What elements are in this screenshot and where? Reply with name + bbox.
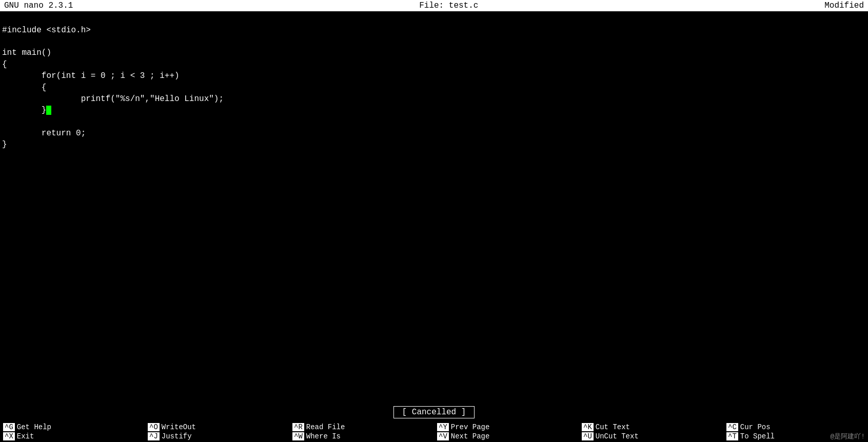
cancelled-status: [ Cancelled ] <box>393 406 475 418</box>
shortcut-key: ^J <box>148 432 160 440</box>
shortcut-key: ^G <box>3 423 15 431</box>
code-line: { <box>0 82 868 93</box>
title-right: Modified <box>824 1 864 10</box>
code-line: #include <stdio.h> <box>0 25 868 36</box>
shortcut-label: Prev Page <box>451 423 490 431</box>
shortcut-key: ^U <box>582 432 594 440</box>
shortcut-label: Cur Pos <box>740 423 771 431</box>
shortcut-label: Exit <box>17 432 34 440</box>
shortcut-bar: ^GGet Help^OWriteOut^RRead File^YPrev Pa… <box>0 420 868 442</box>
shortcut-label: Next Page <box>451 432 490 440</box>
shortcut-label: UnCut Text <box>596 432 639 440</box>
shortcut-label: To Spell <box>740 432 775 440</box>
editor-area[interactable]: #include <stdio.h>int main(){ for(int i … <box>0 11 868 404</box>
title-bar: GNU nano 2.3.1 File: test.c Modified <box>0 0 868 11</box>
code-line <box>0 13 868 25</box>
code-line: } <box>0 105 868 116</box>
text-cursor <box>46 106 51 115</box>
shortcut-item[interactable]: ^XExit <box>0 432 145 441</box>
shortcut-item[interactable]: ^WWhere Is <box>289 432 434 441</box>
shortcut-item[interactable]: ^UUnCut Text <box>579 432 723 441</box>
code-line: { <box>0 59 868 70</box>
shortcut-key: ^X <box>3 432 15 440</box>
shortcut-label: WriteOut <box>162 423 196 431</box>
title-left: GNU nano 2.3.1 <box>4 1 73 10</box>
shortcut-key: ^V <box>437 432 449 440</box>
shortcut-label: Get Help <box>17 423 51 431</box>
code-line: } <box>0 139 868 150</box>
shortcut-item[interactable]: ^GGet Help <box>0 423 145 432</box>
shortcut-item[interactable]: ^JJustify <box>145 432 289 441</box>
shortcut-item[interactable]: ^RRead File <box>289 423 434 432</box>
code-line <box>0 36 868 47</box>
shortcut-row: ^GGet Help^OWriteOut^RRead File^YPrev Pa… <box>0 423 868 432</box>
shortcut-item[interactable]: ^YPrev Page <box>434 423 579 432</box>
code-line: for(int i = 0 ; i < 3 ; i++) <box>0 70 868 82</box>
status-bar: [ Cancelled ] <box>0 404 868 420</box>
code-line: printf("%s/n","Hello Linux"); <box>0 93 868 105</box>
shortcut-row: ^XExit^JJustify^WWhere Is^VNext Page^UUn… <box>0 432 868 441</box>
code-line: int main() <box>0 47 868 58</box>
code-line <box>0 116 868 128</box>
shortcut-item[interactable]: ^VNext Page <box>434 432 579 441</box>
shortcut-key: ^R <box>292 423 304 431</box>
shortcut-item[interactable]: ^OWriteOut <box>145 423 289 432</box>
shortcut-key: ^W <box>292 432 304 440</box>
shortcut-label: Where Is <box>306 432 341 440</box>
shortcut-label: Read File <box>306 423 345 431</box>
shortcut-key: ^O <box>148 423 160 431</box>
shortcut-key: ^C <box>726 423 738 431</box>
shortcut-label: Justify <box>162 432 192 440</box>
title-center: File: test.c <box>419 1 478 10</box>
shortcut-key: ^Y <box>437 423 449 431</box>
shortcut-item[interactable]: ^KCut Text <box>579 423 723 432</box>
shortcut-key: ^K <box>582 423 594 431</box>
watermark: @是阿建吖! <box>827 431 868 442</box>
shortcut-label: Cut Text <box>596 423 630 431</box>
shortcut-key: ^T <box>726 432 738 440</box>
code-line: return 0; <box>0 128 868 139</box>
